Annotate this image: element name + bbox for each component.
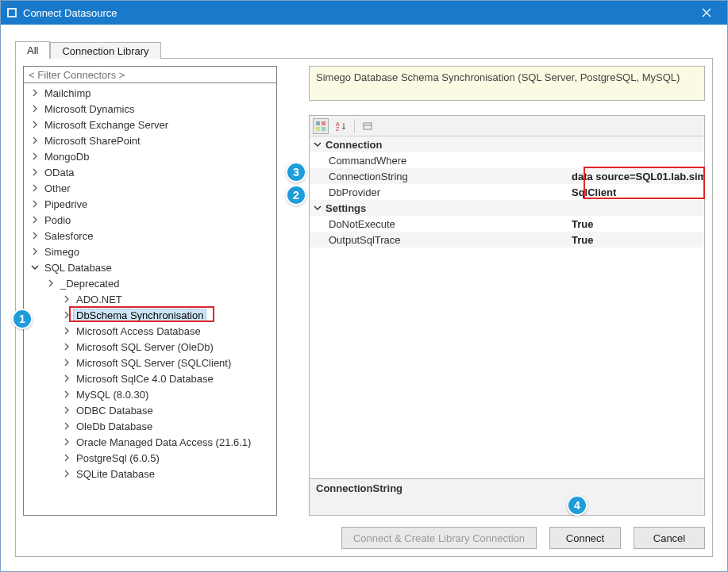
property-pages-icon[interactable] (360, 118, 376, 134)
tree-item[interactable]: MySQL (8.0.30) (24, 386, 276, 402)
callout-badge-2: 2 (286, 185, 306, 205)
tree-item-label: OData (41, 166, 78, 179)
tree-item[interactable]: SQLite Database (24, 466, 276, 482)
svg-rect-5 (322, 127, 325, 131)
tree-item-label: MongoDb (41, 150, 92, 163)
tab-connection-library[interactable]: Connection Library (50, 42, 160, 59)
property-row-donotexecute[interactable]: DoNotExecute True (310, 216, 704, 232)
chevron-right-icon[interactable] (30, 136, 40, 145)
chevron-right-icon[interactable] (30, 167, 40, 177)
tree-item[interactable]: Microsoft SharePoint (24, 132, 276, 148)
tree-item[interactable]: Microsoft Access Database (24, 323, 276, 339)
tree-item[interactable]: Salesforce (24, 228, 276, 244)
callout-badge-4: 4 (567, 495, 587, 516)
close-button[interactable] (691, 1, 722, 25)
tree-item[interactable]: Microsoft SQL Server (OleDb) (24, 339, 276, 355)
tree-item[interactable]: DbSchema Synchronisation (24, 307, 276, 323)
chevron-down-icon[interactable] (310, 204, 325, 212)
svg-rect-3 (322, 121, 325, 125)
chevron-right-icon[interactable] (46, 278, 56, 288)
chevron-right-icon[interactable] (30, 183, 40, 193)
tree-item[interactable]: Other (24, 180, 276, 196)
filter-connectors-input[interactable] (23, 66, 277, 83)
chevron-right-icon[interactable] (30, 231, 40, 240)
tree-spacer (62, 421, 71, 431)
tree-item-label: Microsoft SharePoint (41, 134, 144, 148)
property-row-outputsqltrace[interactable]: OutputSqlTrace True (310, 232, 704, 248)
tree-spacer (62, 374, 71, 383)
tree-item-label: Mailchimp (41, 86, 94, 100)
tree-item-label: Simego (41, 245, 83, 259)
app-icon (6, 6, 18, 19)
tree-item[interactable]: Microsoft Exchange Server (24, 117, 276, 132)
chevron-right-icon[interactable] (30, 152, 40, 161)
callout-badge-3: 3 (286, 162, 306, 182)
titlebar: Connect Datasource (1, 1, 727, 25)
tree-item-label: Oracle Managed Data Access (21.6.1) (73, 436, 254, 449)
tree-item[interactable]: PostgreSql (6.0.5) (24, 450, 276, 466)
tree-item[interactable]: Microsoft Dynamics (24, 101, 276, 117)
chevron-right-icon[interactable] (30, 247, 40, 256)
tree-spacer (62, 310, 71, 320)
svg-text:Z: Z (336, 126, 340, 132)
tree-item-label: Pipedrive (41, 198, 91, 211)
property-row-commandwhere[interactable]: CommandWhere (310, 152, 704, 168)
chevron-right-icon[interactable] (30, 199, 40, 209)
tab-panel: MailchimpMicrosoft DynamicsMicrosoft Exc… (15, 58, 713, 557)
chevron-right-icon[interactable] (30, 120, 40, 129)
property-description: ConnectionString (310, 478, 704, 515)
window-title: Connect Datasource (23, 7, 691, 19)
property-grid-toolbar: AZ (310, 116, 704, 136)
tree-item[interactable]: MongoDb (24, 148, 276, 164)
chevron-right-icon[interactable] (30, 104, 40, 113)
tree-item-label: MySQL (8.0.30) (73, 388, 152, 401)
tree-spacer (62, 342, 71, 351)
tree-item-label: Podio (41, 213, 74, 227)
tree-spacer (62, 437, 71, 447)
connector-tree-scroll[interactable]: MailchimpMicrosoft DynamicsMicrosoft Exc… (24, 83, 276, 515)
tab-bar: All Connection Library (15, 39, 713, 58)
toolbar-separator (354, 119, 355, 133)
tree-item[interactable]: Oracle Managed Data Access (21.6.1) (24, 434, 276, 450)
tree-item[interactable]: Pipedrive (24, 196, 276, 212)
tree-item[interactable]: OleDb Database (24, 418, 276, 434)
chevron-down-icon[interactable] (30, 263, 40, 272)
chevron-down-icon[interactable] (310, 140, 325, 148)
property-category-connection[interactable]: Connection (310, 136, 704, 152)
property-category-settings[interactable]: Settings (310, 200, 704, 216)
connector-description: Simego Database Schema Synchronisation (… (309, 66, 705, 101)
property-row-connectionstring[interactable]: ConnectionString data source=SQL01.lab.s… (310, 168, 704, 184)
tree-item-label: Salesforce (41, 229, 96, 243)
tree-item[interactable]: Mailchimp (24, 85, 276, 101)
svg-rect-8 (364, 123, 372, 129)
connect-button[interactable]: Connect (549, 527, 621, 549)
property-grid: AZ Connectio (309, 115, 705, 516)
connect-create-library-button[interactable]: Connect & Create Library Connection (341, 527, 537, 549)
properties-pane: Simego Database Schema Synchronisation (… (309, 66, 705, 516)
tree-item[interactable]: ODBC Database (24, 402, 276, 418)
tree-item-label: Microsoft SqlCe 4.0 Database (73, 372, 217, 386)
tab-all[interactable]: All (15, 41, 50, 59)
tree-item[interactable]: Simego (24, 244, 276, 259)
connector-tree-pane: MailchimpMicrosoft DynamicsMicrosoft Exc… (23, 66, 277, 516)
cancel-button[interactable]: Cancel (634, 527, 705, 549)
tree-item[interactable]: OData (24, 164, 276, 180)
tree-spacer (62, 294, 71, 304)
tree-item[interactable]: Podio (24, 212, 276, 228)
chevron-right-icon[interactable] (30, 88, 40, 98)
tree-item[interactable]: Microsoft SQL Server (SQLClient) (24, 355, 276, 370)
chevron-right-icon[interactable] (30, 215, 40, 225)
tree-item-label: SQL Database (41, 261, 115, 274)
property-row-dbprovider[interactable]: DbProvider SqlClient (310, 184, 704, 200)
categorized-icon[interactable] (313, 118, 329, 134)
tree-item[interactable]: Microsoft SqlCe 4.0 Database (24, 370, 276, 386)
callout-badge-1: 1 (12, 309, 33, 329)
tree-item[interactable]: ADO.NET (24, 291, 276, 307)
alphabetical-icon[interactable]: AZ (333, 118, 349, 134)
client-area: All Connection Library MailchimpMicrosof… (1, 25, 727, 571)
tree-spacer (62, 326, 71, 336)
tree-item-label: Microsoft Access Database (73, 324, 204, 338)
tree-item[interactable]: _Deprecated (24, 275, 276, 291)
tree-item[interactable]: SQL Database (24, 259, 276, 275)
tree-spacer (62, 358, 71, 367)
